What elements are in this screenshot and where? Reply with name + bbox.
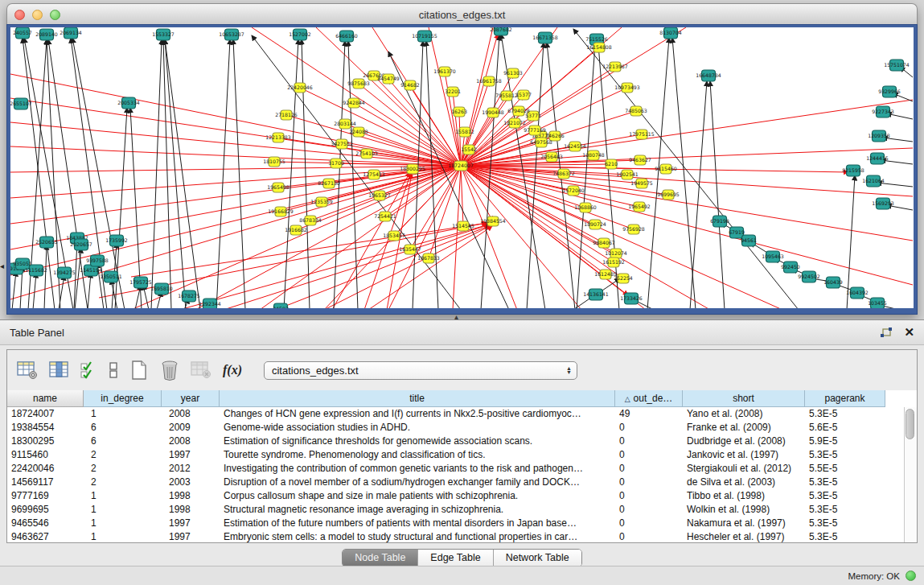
table-cell[interactable]: 18724007 (7, 407, 84, 421)
table-cell[interactable]: 0 (615, 517, 683, 530)
table-row[interactable]: 2242004622012Investigating the contribut… (7, 462, 917, 476)
column-header-short[interactable]: short (683, 390, 805, 407)
table-cell[interactable]: Embryonic stem cells: a model to study s… (220, 530, 615, 543)
table-settings-icon[interactable] (17, 360, 39, 380)
table-cell[interactable]: Stergiakouli et al. (2012) (683, 462, 805, 476)
delete-table-icon[interactable] (191, 360, 212, 380)
graph-edge[interactable] (461, 148, 913, 166)
graph-edge[interactable] (429, 166, 461, 258)
table-cell[interactable]: 5.5E-5 (805, 462, 885, 476)
graph-edge[interactable] (88, 273, 91, 308)
table-row[interactable]: 977716911998Corpus callosum shape and si… (7, 489, 917, 503)
graph-edge[interactable] (10, 122, 461, 166)
table-cell[interactable]: Yano et al. (2008) (683, 407, 805, 421)
tab-node-table[interactable]: Node Table (343, 550, 417, 566)
table-cell[interactable]: Wolkin et al. (1998) (683, 503, 805, 517)
function-builder-icon[interactable]: f(x) (223, 363, 242, 377)
table-cell[interactable]: 9699695 (7, 503, 84, 517)
graph-edge[interactable] (252, 27, 461, 166)
table-cell[interactable]: 0 (615, 462, 683, 476)
graph-edge[interactable] (131, 223, 487, 277)
graph-edge[interactable] (10, 166, 461, 172)
table-cell[interactable]: Investigating the contribution of common… (220, 462, 615, 476)
table-cell[interactable]: 2 (84, 448, 162, 462)
table-cell[interactable]: Changes of HCN gene expression and I(f) … (220, 407, 615, 421)
table-cell[interactable]: 9463627 (7, 530, 84, 543)
table-cell[interactable]: Nakamura et al. (1997) (683, 517, 805, 530)
column-header-year[interactable]: year (162, 390, 220, 407)
table-row[interactable]: 1872400712008Changes of HCN gene express… (7, 407, 917, 421)
select-rows-icon[interactable] (80, 360, 97, 380)
delete-column-icon[interactable] (159, 360, 180, 381)
table-cell[interactable]: 0 (615, 448, 683, 462)
graph-edge[interactable] (453, 166, 461, 308)
table-cell[interactable]: 1 (84, 407, 162, 421)
table-row[interactable]: 1938455462009Genome-wide association stu… (7, 421, 917, 435)
graph-edge[interactable] (10, 146, 461, 166)
table-cell[interactable]: 5.3E-5 (805, 407, 885, 421)
table-cell[interactable]: 1 (84, 530, 162, 543)
table-cell[interactable]: Dudbridge et al. (2008) (683, 435, 805, 448)
collapse-left-icon[interactable]: ◂ (0, 262, 4, 270)
table-cell[interactable]: Corpus callosum shape and size in male p… (220, 489, 615, 503)
tab-edge-table[interactable]: Edge Table (417, 550, 492, 566)
table-cell[interactable]: de Silva et al. (2003) (683, 476, 805, 489)
table-cell[interactable]: Franke et al. (2009) (683, 421, 805, 435)
table-cell[interactable]: 9465546 (7, 517, 84, 530)
table-cell[interactable]: 9115460 (7, 448, 84, 462)
graph-edge[interactable] (12, 271, 16, 308)
table-cell[interactable]: 5.3E-5 (805, 448, 885, 462)
table-cell[interactable]: 14569117 (7, 476, 84, 489)
table-cell[interactable]: 0 (615, 421, 683, 435)
table-cell[interactable]: Estimation of the future numbers of pati… (220, 517, 615, 530)
column-header-out_de[interactable]: △out_de… (615, 390, 683, 407)
column-header-name[interactable]: name (7, 390, 84, 407)
table-cell[interactable]: 2008 (162, 435, 220, 448)
table-cell[interactable]: 1 (84, 517, 162, 530)
table-cell[interactable]: 5.6E-5 (805, 421, 885, 435)
table-cell[interactable]: 5.3E-5 (805, 530, 885, 543)
table-cell[interactable]: 2009 (162, 421, 220, 435)
table-cell[interactable]: Jankovic et al. (1997) (683, 448, 805, 462)
table-cell[interactable]: Tourette syndrome. Phenomenology and cla… (220, 448, 615, 462)
table-scrollbar[interactable] (904, 407, 917, 543)
graph-edge[interactable] (260, 166, 461, 308)
graph-edge[interactable] (461, 166, 463, 226)
table-cell[interactable]: 1997 (162, 530, 220, 543)
graph-edge[interactable] (710, 81, 725, 308)
table-cell[interactable]: 5.3E-5 (805, 476, 885, 489)
table-cell[interactable]: Hescheler et al. (1997) (683, 530, 805, 543)
table-cell[interactable]: 0 (615, 489, 683, 503)
table-row[interactable]: 1830029562008Estimation of significance … (7, 435, 917, 448)
table-cell[interactable]: 2012 (162, 462, 220, 476)
table-cell[interactable]: 22420046 (7, 462, 84, 476)
table-cell[interactable]: 0 (615, 530, 683, 543)
table-cell[interactable]: 49 (615, 407, 683, 421)
table-cell[interactable]: 2 (84, 476, 162, 489)
table-cell[interactable]: 0 (615, 476, 683, 489)
table-cell[interactable]: 1998 (162, 503, 220, 517)
table-cell[interactable]: 1998 (162, 489, 220, 503)
table-row[interactable]: 1456911722003Disruption of a novel membe… (7, 476, 917, 489)
table-row[interactable]: 946554611997Estimation of the future num… (7, 517, 917, 530)
table-cell[interactable]: 2008 (162, 407, 220, 421)
table-row[interactable]: 969969511998Structural magnetic resonanc… (7, 503, 917, 517)
graph-edge[interactable] (33, 273, 36, 308)
table-source-select[interactable]: citations_edges.txt ▲▼ (264, 361, 577, 380)
table-row[interactable]: 911546021997Tourette syndrome. Phenomeno… (7, 448, 917, 462)
table-cell[interactable]: Genome-wide association studies in ADHD. (220, 421, 615, 435)
table-cell[interactable]: 2003 (162, 476, 220, 489)
tab-network-table[interactable]: Network Table (493, 550, 581, 566)
table-cell[interactable]: 9777169 (7, 489, 84, 503)
graph-edge[interactable] (44, 245, 47, 308)
column-header-pagerank[interactable]: pagerank (805, 390, 885, 407)
network-canvas[interactable]: 2405572089140206913415533271065328715270… (10, 27, 914, 308)
new-column-icon[interactable] (129, 360, 149, 381)
network-graph[interactable]: 2405572089140206913415533271065328715270… (10, 27, 914, 308)
graph-edge[interactable] (461, 166, 614, 262)
table-cell[interactable]: 0 (615, 503, 683, 517)
table-cell[interactable]: Disruption of a novel member of a sodium… (220, 476, 615, 489)
column-header-title[interactable]: title (220, 390, 615, 407)
scrollbar-thumb[interactable] (906, 409, 914, 439)
graph-edge[interactable] (151, 39, 162, 308)
